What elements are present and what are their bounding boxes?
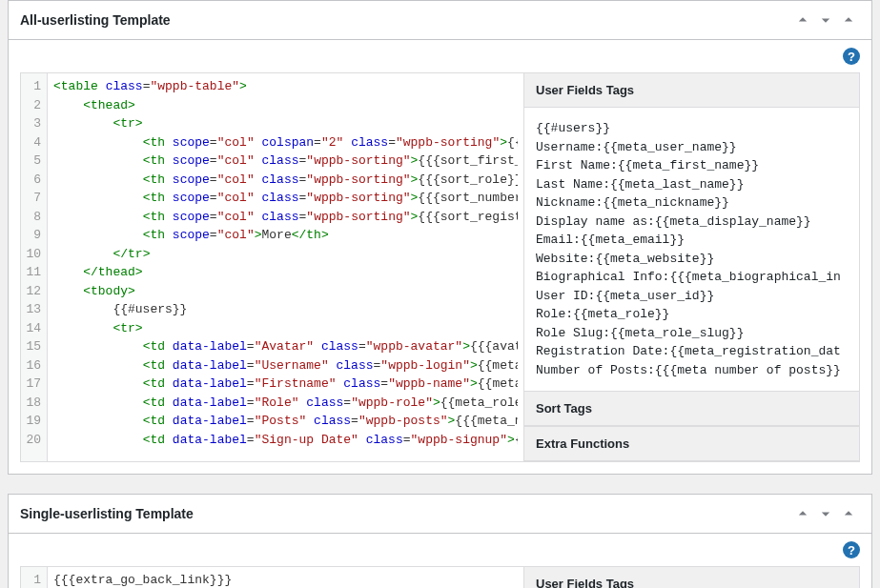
panel-header: All-userlisting Template [9,1,871,40]
extra-functions-header[interactable]: Extra Functions [524,426,859,461]
panel-body: ? 1234567891011121314151617181920 <table… [9,40,871,474]
move-up-icon[interactable] [791,502,814,525]
code-lines[interactable]: {{{extra_go_back_link}}}<ul class="wppb-… [48,567,523,588]
panel-header: Single-userlisting Template [9,495,871,534]
line-gutter: 12345 [21,567,48,588]
collapse-icon[interactable] [837,502,860,525]
move-up-icon[interactable] [791,9,814,31]
line-gutter: 1234567891011121314151617181920 [21,73,48,461]
side-panel: User Fields Tags {{#users}} Username:{{m… [523,73,859,461]
help-icon[interactable]: ? [843,541,860,558]
user-fields-header[interactable]: User Fields Tags [524,567,859,588]
code-editor[interactable]: 1234567891011121314151617181920 <table c… [21,73,523,461]
editor-wrap: 1234567891011121314151617181920 <table c… [20,72,860,462]
help-icon[interactable]: ? [843,48,860,65]
user-fields-body: {{#users}} Username:{{meta_user_name}} F… [524,108,859,391]
panel-title: Single-userlisting Template [20,506,194,521]
panel-controls [791,502,860,525]
move-down-icon[interactable] [814,502,837,525]
code-editor[interactable]: 12345 {{{extra_go_back_link}}}<ul class=… [21,567,523,588]
code-lines[interactable]: <table class="wppb-table"> <thead> <tr> … [48,73,523,461]
sort-tags-header[interactable]: Sort Tags [524,391,859,426]
side-panel: User Fields Tags Username:{{meta_user_na… [523,567,859,588]
move-down-icon[interactable] [814,9,837,31]
editor-wrap: 12345 {{{extra_go_back_link}}}<ul class=… [20,566,860,588]
user-fields-header[interactable]: User Fields Tags [524,73,859,108]
single-userlisting-panel: Single-userlisting Template ? 12345 {{{e… [8,494,872,588]
all-userlisting-panel: All-userlisting Template ? 1234567891011… [8,0,872,475]
collapse-icon[interactable] [837,9,860,31]
panel-title: All-userlisting Template [20,12,171,28]
panel-controls [791,9,860,31]
panel-body: ? 12345 {{{extra_go_back_link}}}<ul clas… [9,534,871,588]
